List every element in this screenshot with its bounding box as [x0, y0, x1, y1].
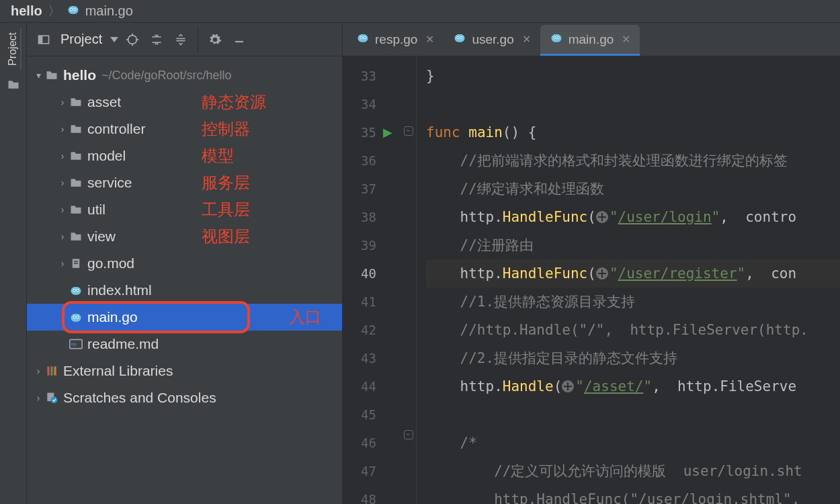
svg-point-36 [50, 396, 57, 403]
folder-icon [44, 69, 59, 82]
svg-rect-18 [74, 261, 78, 262]
code-line[interactable]: //把前端请求的格式和封装处理函数进行绑定的标签 [426, 146, 840, 175]
chevron-right-icon[interactable]: › [32, 366, 44, 376]
run-gutter-icon[interactable]: ▶ [383, 118, 401, 146]
chevron-right-icon[interactable]: › [56, 204, 69, 215]
tree-folder-service[interactable]: ›service服务层 [27, 169, 342, 196]
annotation: 静态资源 [202, 91, 266, 113]
code-line[interactable]: http.HandleFunc("/user/register", con [426, 259, 840, 288]
fold-icon[interactable]: − [404, 430, 413, 439]
close-icon[interactable]: ✕ [522, 33, 531, 46]
close-icon[interactable]: ✕ [425, 33, 434, 46]
chevron-right-icon[interactable]: › [56, 97, 69, 108]
tree-folder-asset[interactable]: ›asset静态资源 [27, 89, 342, 116]
breadcrumb: hello 〉 main.go [0, 0, 840, 23]
svg-rect-42 [455, 34, 465, 42]
chevron-down-icon[interactable]: ▾ [32, 70, 44, 81]
svg-point-51 [557, 37, 558, 38]
svg-point-41 [364, 37, 366, 38]
project-view-dropdown-icon[interactable] [110, 37, 118, 42]
gutter-line-numbers: 33343536373839404142434445464748 [343, 56, 383, 504]
code-line[interactable] [426, 90, 840, 118]
code-line[interactable]: //绑定请求和处理函数 [426, 175, 840, 203]
tree-folder-controller[interactable]: ›controller控制器 [27, 116, 342, 142]
svg-point-7 [128, 35, 137, 44]
project-files-icon[interactable] [5, 77, 22, 93]
tree-external-libs[interactable]: › External Libraries [27, 358, 342, 384]
fold-icon[interactable]: − [404, 126, 413, 136]
tree-folder-label: controller [87, 121, 145, 137]
breadcrumb-file[interactable]: main.go [85, 3, 133, 19]
tree-item-label: Scratches and Consoles [63, 390, 216, 406]
chevron-right-icon[interactable]: › [32, 392, 44, 403]
tree-scratches[interactable]: › Scratches and Consoles [27, 384, 342, 411]
annotation-entry: 入口 [289, 306, 321, 328]
tree-folder-util[interactable]: ›util工具层 [27, 196, 342, 223]
code-line[interactable]: //http.Handle("/", http.FileServer(http. [426, 316, 840, 344]
tree-folder-view[interactable]: ›view视图层 [27, 223, 342, 250]
tree-folder-label: asset [87, 94, 121, 110]
code-area[interactable]: 33343536373839404142434445464748 ▶ −− } … [343, 56, 840, 504]
svg-point-4 [74, 9, 75, 10]
svg-rect-33 [50, 366, 52, 375]
svg-rect-19 [74, 263, 78, 264]
breadcrumb-root[interactable]: hello [11, 3, 42, 19]
code-line[interactable]: http.HandleFunc("/user/login.shtml", [426, 485, 840, 504]
go-icon [69, 284, 83, 297]
editor-tab-resp-go[interactable]: resp.go✕ [347, 25, 444, 56]
chevron-right-icon[interactable]: › [56, 151, 69, 161]
editor-tab-user-go[interactable]: user.go✕ [444, 25, 540, 56]
code-line[interactable]: http.Handle("/asset/", http.FileServe [426, 372, 840, 401]
annotation: 工具层 [202, 199, 250, 220]
gutter-run: ▶ [383, 56, 401, 504]
code-line[interactable]: //注册路由 [426, 231, 840, 259]
tree-file-gomod[interactable]: › go.mod [27, 250, 342, 277]
go-icon [550, 31, 563, 48]
svg-rect-6 [39, 36, 43, 44]
tree-root-path: ~/Code/goRoot/src/hello [101, 69, 232, 83]
svg-point-29 [77, 317, 79, 318]
editor-area: resp.go✕user.go✕main.go✕ 333435363738394… [343, 23, 840, 504]
tree-file-label: go.mod [87, 255, 134, 271]
annotation: 服务层 [202, 172, 250, 194]
collapse-all-icon[interactable] [171, 30, 191, 50]
tree-root-hello[interactable]: ▾ hello ~/Code/goRoot/src/hello [27, 62, 342, 89]
svg-point-24 [77, 290, 79, 291]
close-icon[interactable]: ✕ [622, 33, 630, 46]
gomod-icon [69, 257, 83, 269]
expand-all-icon[interactable] [146, 30, 167, 50]
code-lines[interactable]: } func main() { //把前端请求的格式和封装处理函数进行绑定的标签… [417, 56, 840, 504]
code-line[interactable]: //定义可以允许访问的模版 user/login.sht [426, 457, 840, 485]
code-line[interactable]: http.HandleFunc("/user/login", contro [426, 203, 840, 231]
folder-icon [69, 176, 83, 190]
locate-icon[interactable] [122, 30, 142, 50]
chevron-right-icon[interactable]: › [56, 258, 69, 269]
hide-panel-icon[interactable] [229, 30, 249, 50]
gear-icon[interactable] [205, 30, 225, 50]
code-line[interactable]: /* [426, 429, 840, 457]
code-line[interactable]: } [426, 62, 840, 90]
editor-tab-main-go[interactable]: main.go✕ [540, 25, 640, 56]
tree-file-readme[interactable]: MD readme.md [27, 331, 342, 358]
go-icon [69, 310, 83, 324]
code-line[interactable]: func main() { [426, 118, 840, 146]
code-line[interactable]: //2.提供指定目录的静态文件支持 [426, 344, 840, 372]
project-tree[interactable]: ▾ hello ~/Code/goRoot/src/hello ›asset静态… [27, 56, 342, 504]
gutter-fold: −− [401, 56, 417, 504]
folder-icon [69, 149, 83, 163]
chevron-right-icon[interactable]: › [56, 231, 69, 242]
tree-file-label: readme.md [87, 336, 159, 352]
tree-file-index[interactable]: index.html [27, 277, 342, 304]
folder-icon [69, 122, 83, 136]
chevron-right-icon[interactable]: › [56, 124, 69, 134]
code-line[interactable] [426, 401, 840, 429]
tree-folder-model[interactable]: ›model模型 [27, 142, 342, 169]
code-line[interactable]: //1.提供静态资源目录支持 [426, 288, 840, 316]
svg-rect-34 [54, 366, 56, 375]
svg-point-46 [461, 37, 462, 38]
chevron-right-icon[interactable]: › [56, 177, 69, 188]
tree-file-main[interactable]: main.go 入口 [27, 304, 342, 331]
project-tool-tab[interactable]: Project [5, 28, 22, 70]
project-view-icon[interactable] [34, 30, 54, 50]
project-panel: Project [27, 23, 343, 504]
